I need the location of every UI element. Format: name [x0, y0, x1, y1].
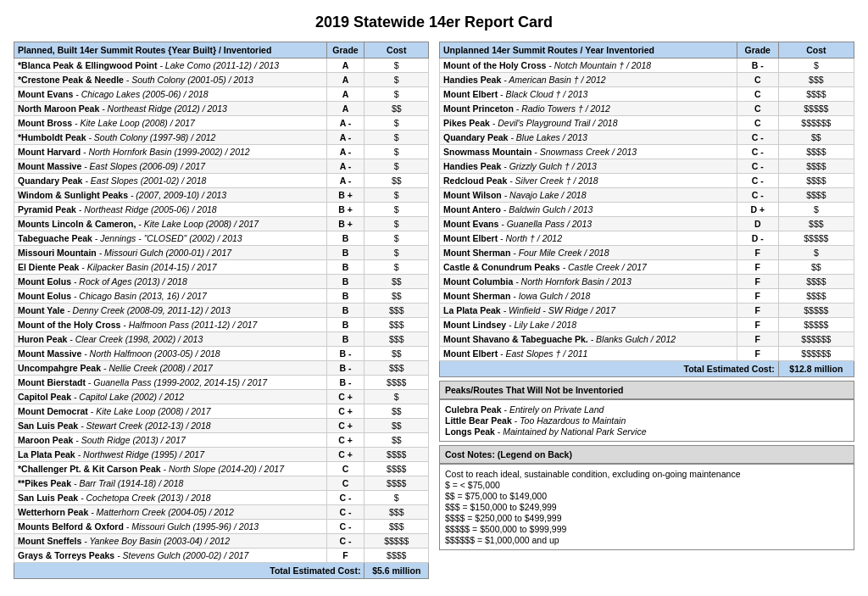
- left-grade-cell: B +: [326, 203, 364, 217]
- left-cost-cell: $$$: [364, 304, 429, 318]
- right-grade-cell: C: [737, 87, 778, 102]
- left-grade-cell: C +: [326, 448, 364, 462]
- route-sub-text: - East Slopes (2001-02) / 2018: [85, 175, 206, 186]
- left-grade-cell: B: [326, 231, 364, 246]
- left-table-row: El Diente Peak - Kilpacker Basin (2014-1…: [14, 260, 429, 275]
- right-table-row: Mount of the Holy Cross - Notch Mountain…: [440, 58, 854, 73]
- route-name-text: Capitol Peak: [18, 392, 71, 402]
- right-grade-cell: F: [737, 275, 778, 289]
- left-route-name: Capitol Peak - Capitol Lake (2002) / 201…: [14, 390, 327, 404]
- route-sub-text: - Chicago Lakes (2005-06) / 2018: [75, 89, 208, 99]
- cost-notes-box: Cost to reach ideal, sustainable conditi…: [439, 464, 854, 550]
- left-route-name: Mounts Lincoln & Cameron, - Kite Lake Lo…: [14, 217, 327, 231]
- left-route-name: San Luis Peak - Stewart Creek (2012-13) …: [14, 419, 327, 433]
- route-sub-text: - East Slopes (2006-09) / 2017: [84, 161, 205, 171]
- not-inventoried-header: Peaks/Routes That Will Not be Inventorie…: [439, 381, 854, 399]
- right-cost-cell: $$$$$: [778, 304, 854, 318]
- route-name-text: Grays & Torreys Peaks: [18, 550, 114, 560]
- left-route-name: Pyramid Peak - Northeast Ridge (2005-06)…: [14, 203, 327, 217]
- route-name-text: Wetterhorn Peak: [18, 507, 88, 517]
- right-route-name: Pikes Peak - Devil's Playground Trail / …: [440, 116, 737, 131]
- right-cost-cell: $: [778, 246, 854, 260]
- left-grade-cell: B: [326, 275, 364, 289]
- left-table-row: Mount Massive - North Halfmoon (2003-05)…: [14, 347, 429, 361]
- route-sub-text: - Kite Lake Loop (2008) / 2017: [75, 118, 195, 128]
- left-route-name: Grays & Torreys Peaks - Stevens Gulch (2…: [14, 549, 327, 563]
- left-table-row: Mount Bierstadt - Guanella Pass (1999-20…: [14, 376, 429, 390]
- right-grade-cell: C -: [737, 131, 778, 145]
- route-name-text: Mount Columbia: [443, 276, 513, 287]
- left-grade-cell: A -: [326, 174, 364, 188]
- route-sub-text: - Denny Creek (2008-09, 2011-12) / 2013: [67, 305, 231, 315]
- right-cost-cell: $$$$: [778, 145, 854, 159]
- left-route-name: Mount Eolus - Chicago Basin (2013, 16) /…: [14, 289, 327, 304]
- left-cost-cell: $: [364, 491, 429, 505]
- left-cost-cell: $$$: [364, 505, 429, 520]
- right-total-value: $12.8 million: [778, 361, 854, 377]
- right-route-header: Unplanned 14er Summit Routes / Year Inve…: [440, 42, 737, 58]
- route-name-text: Mount Sherman: [443, 248, 510, 258]
- cost-note-line: Cost to reach ideal, sustainable conditi…: [445, 469, 849, 479]
- cost-notes-section: Cost Notes: (Legend on Back) Cost to rea…: [439, 445, 854, 550]
- left-grade-cell: A: [326, 58, 364, 73]
- right-table-row: Mount Sherman - Four Mile Creek / 2018 F…: [440, 246, 854, 260]
- right-grade-cell: F: [737, 260, 778, 275]
- route-name-text: Mount Sneffels: [18, 536, 81, 546]
- left-grade-cell: A: [326, 87, 364, 102]
- route-name-text: La Plata Peak: [18, 449, 75, 460]
- left-grade-cell: B +: [326, 188, 364, 203]
- right-grade-cell: B -: [737, 58, 778, 73]
- left-grade-cell: B: [326, 260, 364, 275]
- left-grade-cell: B -: [326, 347, 364, 361]
- route-name-text: Castle & Conundrum Peaks: [443, 262, 560, 272]
- left-table-row: Mounts Lincoln & Cameron, - Kite Lake Lo…: [14, 217, 429, 231]
- left-table-row: San Luis Peak - Cochetopa Creek (2013) /…: [14, 491, 429, 505]
- not-inventoried-item: Longs Peak - Maintained by National Park…: [445, 426, 849, 437]
- right-table-row: Mount Elbert - Black Cloud † / 2013 C $$…: [440, 87, 854, 102]
- right-route-name: Mount Elbert - North † / 2012: [440, 231, 737, 246]
- route-sub-text: - Clear Creek (1998, 2002) / 2013: [70, 334, 203, 344]
- route-sub-text: - Stewart Creek (2012-13) / 2018: [81, 421, 211, 431]
- right-total-label: Total Estimated Cost:: [440, 361, 779, 377]
- left-cost-cell: $: [364, 73, 429, 87]
- left-table-row: La Plata Peak - Northwest Ridge (1995) /…: [14, 448, 429, 462]
- left-table-row: *Crestone Peak & Needle - South Colony (…: [14, 73, 429, 87]
- right-route-name: Mount Wilson - Navajo Lake / 2018: [440, 188, 737, 203]
- route-sub-text: - (2007, 2009-10) / 2013: [131, 190, 226, 200]
- page-title: 2019 Statewide 14er Report Card: [14, 14, 854, 31]
- left-route-name: La Plata Peak - Northwest Ridge (1995) /…: [14, 448, 327, 462]
- route-name-text: Pikes Peak: [443, 118, 490, 128]
- left-route-name: Maroon Peak - South Ridge (2013) / 2017: [14, 433, 327, 448]
- left-table-row: Mount of the Holy Cross - Halfmoon Pass …: [14, 318, 429, 332]
- left-table-row: Mount Democrat - Kite Lake Loop (2008) /…: [14, 404, 429, 419]
- left-route-name: San Luis Peak - Cochetopa Creek (2013) /…: [14, 491, 327, 505]
- not-inventoried-item: Culebra Peak - Entirely on Private Land: [445, 404, 849, 415]
- left-table-row: North Maroon Peak - Northeast Ridge (201…: [14, 102, 429, 116]
- route-name-text: Handies Peak: [443, 75, 501, 85]
- left-cost-cell: $$: [364, 289, 429, 304]
- left-route-name: Wetterhorn Peak - Matterhorn Creek (2004…: [14, 505, 327, 520]
- route-name-text: La Plata Peak: [443, 305, 501, 315]
- right-route-name: Quandary Peak - Blue Lakes / 2013: [440, 131, 737, 145]
- route-name-text: Mount Sherman: [443, 291, 510, 301]
- route-name-text: Mount Eolus: [18, 291, 71, 301]
- not-inventoried-section: Peaks/Routes That Will Not be Inventorie…: [439, 381, 854, 442]
- right-table-row: Mount Antero - Baldwin Gulch / 2013 D + …: [440, 203, 854, 217]
- right-route-name: Mount Sherman - Four Mile Creek / 2018: [440, 246, 737, 260]
- left-route-name: Mount Yale - Denny Creek (2008-09, 2011-…: [14, 304, 327, 318]
- left-grade-cell: A -: [326, 145, 364, 159]
- left-route-name: Mount Harvard - North Hornfork Basin (19…: [14, 145, 327, 159]
- left-cost-cell: $$$$: [364, 476, 429, 491]
- left-cost-cell: $: [364, 260, 429, 275]
- right-cost-cell: $$$$: [778, 159, 854, 174]
- left-cost-cell: $$: [364, 433, 429, 448]
- route-name-text: *Blanca Peak & Ellingwood Point: [18, 60, 158, 70]
- route-sub-text: - South Colony (1997-98) / 2012: [88, 132, 215, 142]
- route-sub-text: - Nellie Creek (2008) / 2017: [103, 363, 213, 373]
- left-cost-cell: $: [364, 390, 429, 404]
- route-sub-text: - Northeast Ridge (2012) / 2013: [102, 103, 227, 114]
- right-table: Unplanned 14er Summit Routes / Year Inve…: [439, 42, 854, 377]
- route-sub-text: - Halfmoon Pass (2011-12) / 2017: [123, 320, 257, 330]
- left-grade-cell: A -: [326, 131, 364, 145]
- left-cost-cell: $: [364, 131, 429, 145]
